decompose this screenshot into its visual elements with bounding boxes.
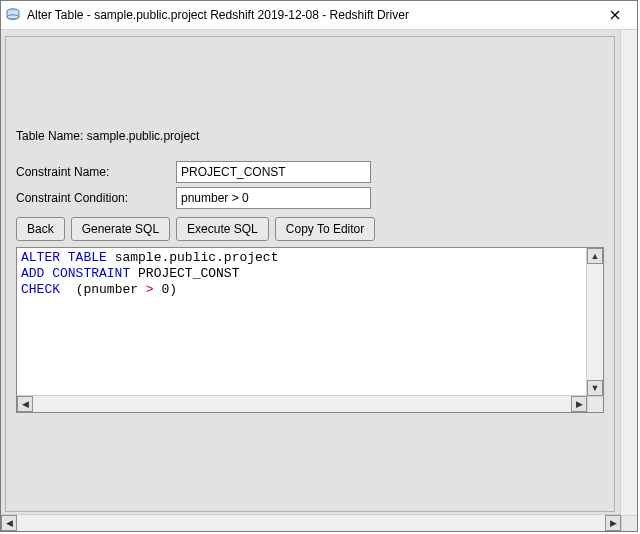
sql-keyword: CHECK — [21, 282, 60, 297]
constraint-name-row: Constraint Name: — [16, 161, 604, 183]
close-icon — [610, 10, 620, 20]
table-name-label: Table Name: — [16, 129, 83, 143]
constraint-condition-input[interactable] — [176, 187, 371, 209]
window-close-button[interactable] — [593, 1, 637, 29]
constraint-name-input[interactable] — [176, 161, 371, 183]
panel-top-spacer — [16, 49, 604, 129]
sql-scroll-corner — [587, 396, 603, 412]
back-button[interactable]: Back — [16, 217, 65, 241]
sql-token: 0) — [161, 282, 177, 297]
constraint-name-label: Constraint Name: — [16, 165, 176, 179]
scroll-down-icon[interactable]: ▼ — [587, 380, 603, 396]
table-name-value: sample.public.project — [87, 129, 200, 143]
constraint-condition-row: Constraint Condition: — [16, 187, 604, 209]
generate-sql-button[interactable]: Generate SQL — [71, 217, 170, 241]
sql-keyword: ALTER TABLE — [21, 250, 107, 265]
copy-to-editor-button[interactable]: Copy To Editor — [275, 217, 376, 241]
form-panel: Table Name: sample.public.project Constr… — [5, 36, 615, 512]
sql-preview-area: ALTER TABLE sample.public.project ADD CO… — [16, 247, 604, 413]
app-icon — [5, 7, 21, 23]
window-frame: Alter Table - sample.public.project Reds… — [0, 0, 638, 532]
sql-keyword: ADD CONSTRAINT — [21, 266, 130, 281]
sql-horizontal-scrollbar[interactable]: ◀ ▶ — [17, 395, 587, 412]
sql-token: (pnumber — [76, 282, 138, 297]
panel-scroll-corner — [621, 515, 637, 531]
scroll-up-icon[interactable]: ▲ — [587, 248, 603, 264]
sql-token: PROJECT_CONST — [138, 266, 239, 281]
scroll-left-icon[interactable]: ◀ — [17, 396, 33, 412]
execute-sql-button[interactable]: Execute SQL — [176, 217, 269, 241]
titlebar: Alter Table - sample.public.project Reds… — [1, 1, 637, 30]
table-name-row: Table Name: sample.public.project — [16, 129, 604, 143]
panel-horizontal-scrollbar[interactable]: ◀ ▶ — [1, 514, 621, 531]
window-title: Alter Table - sample.public.project Reds… — [27, 8, 593, 22]
scroll-right-icon[interactable]: ▶ — [571, 396, 587, 412]
action-button-row: Back Generate SQL Execute SQL Copy To Ed… — [16, 217, 604, 241]
sql-vertical-scrollbar[interactable]: ▲ ▼ — [586, 248, 603, 396]
scroll-right-icon[interactable]: ▶ — [605, 515, 621, 531]
constraint-condition-label: Constraint Condition: — [16, 191, 176, 205]
sql-token: sample.public.project — [115, 250, 279, 265]
content-scroll-pane: Table Name: sample.public.project Constr… — [1, 30, 637, 531]
panel-vertical-scrollbar[interactable] — [620, 30, 637, 515]
sql-operator: > — [146, 282, 154, 297]
sql-text[interactable]: ALTER TABLE sample.public.project ADD CO… — [17, 248, 587, 396]
scroll-left-icon[interactable]: ◀ — [1, 515, 17, 531]
